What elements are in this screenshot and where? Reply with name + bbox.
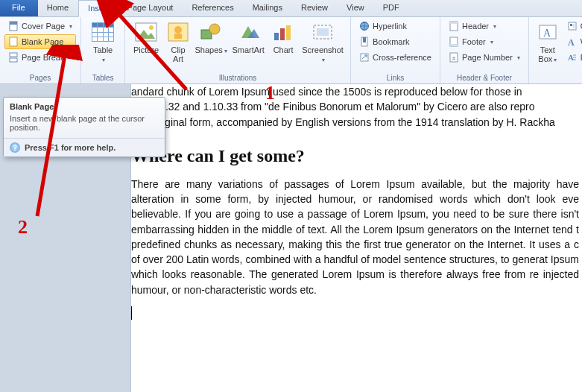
tab-mailings[interactable]: Mailings — [244, 0, 292, 16]
shapes-icon — [199, 20, 223, 44]
group-links: Hyperlink Bookmark Cross-reference Links — [351, 17, 440, 83]
hyperlink-icon — [359, 21, 370, 31]
svg-rect-27 — [450, 44, 458, 46]
picture-button[interactable]: Picture — [130, 19, 162, 73]
svg-text:#: # — [452, 56, 455, 61]
group-label-text — [534, 73, 582, 83]
chevron-down-icon: ▾ — [322, 57, 325, 63]
tab-pdf[interactable]: PDF — [374, 0, 409, 16]
tab-references[interactable]: References — [183, 0, 243, 16]
screenshot-icon — [311, 20, 335, 44]
ribbon: Cover Page ▾ Blank Page Page Break Page — [0, 17, 582, 84]
cover-page-icon — [8, 21, 19, 31]
table-icon — [91, 20, 115, 44]
page-number-button[interactable]: # Page Number ▾ — [445, 50, 524, 65]
page-break-button[interactable]: Page Break — [4, 50, 76, 65]
page-break-icon — [8, 52, 19, 63]
bookmark-icon — [359, 37, 370, 47]
text-cursor — [131, 306, 132, 320]
table-label: Table — [93, 45, 113, 54]
smartart-button[interactable]: SmartArt — [230, 19, 267, 73]
tooltip-blank-page: Blank Page Insert a new blank page at th… — [3, 97, 165, 157]
table-button[interactable]: Table▾ — [86, 19, 120, 73]
svg-rect-22 — [363, 37, 366, 42]
blank-page-button[interactable]: Blank Page — [4, 34, 76, 49]
drop-cap-button[interactable]: A Drop Ca — [563, 50, 582, 65]
tab-view[interactable]: View — [338, 0, 374, 16]
tooltip-f1: Press F1 for more help. — [25, 143, 116, 152]
bookmark-button[interactable]: Bookmark — [355, 34, 435, 49]
chart-button[interactable]: Chart — [268, 19, 298, 73]
body-line: ns 1.10.32 and 1.10.33 from "de Finibus … — [131, 101, 534, 113]
svg-rect-34 — [573, 24, 575, 28]
header-icon — [449, 21, 459, 31]
svg-rect-15 — [274, 33, 279, 40]
hyperlink-button[interactable]: Hyperlink — [355, 19, 435, 34]
wordart-icon: A — [567, 37, 578, 47]
svg-rect-10 — [174, 34, 182, 39]
svg-rect-33 — [570, 24, 572, 26]
page-number-icon: # — [449, 52, 459, 63]
tab-page-layout[interactable]: Page Layout — [118, 0, 183, 16]
blank-page-label: Blank Page — [22, 37, 63, 46]
chevron-down-icon: ▾ — [102, 57, 105, 63]
body-line: andard chunk of Lorem Ipsum used since t… — [131, 86, 522, 98]
svg-text:A: A — [568, 53, 574, 62]
cross-ref-icon — [359, 52, 370, 63]
smartart-icon — [236, 20, 260, 44]
svg-rect-17 — [286, 25, 291, 40]
chevron-down-icon: ▾ — [490, 39, 493, 45]
group-header-footer: Header ▾ Footer ▾ # Page Number ▾ — [440, 17, 529, 83]
body-line: xact original form, accompanied by Engli… — [131, 116, 555, 128]
tab-file[interactable]: File — [0, 0, 38, 16]
chevron-down-icon: ▾ — [224, 48, 227, 54]
group-label-links: Links — [355, 73, 435, 83]
document-page[interactable]: andard chunk of Lorem Ipsum used since t… — [131, 84, 582, 392]
group-label-header-footer: Header & Footer — [445, 73, 524, 83]
help-icon: ? — [10, 142, 20, 153]
cover-page-button[interactable]: Cover Page ▾ — [4, 19, 76, 34]
ribbon-tabs: File Home Insert Page Layout References … — [0, 0, 582, 17]
quick-parts-icon — [567, 21, 578, 31]
tab-review[interactable]: Review — [292, 0, 338, 16]
group-tables: Table▾ Tables — [81, 17, 125, 83]
footer-icon — [449, 37, 459, 47]
cross-reference-button[interactable]: Cross-reference — [355, 50, 435, 65]
cover-page-label: Cover Page — [22, 22, 65, 31]
svg-point-9 — [174, 26, 182, 34]
heading: Where can I get some? — [131, 143, 579, 169]
picture-label: Picture — [133, 45, 159, 54]
page-break-label: Page Break — [22, 53, 64, 62]
svg-rect-16 — [280, 28, 285, 40]
tab-home[interactable]: Home — [38, 0, 78, 16]
clip-art-button[interactable]: ClipArt — [164, 19, 192, 73]
quick-parts-button[interactable]: Quick Pa — [563, 19, 582, 34]
chevron-down-icon: ▾ — [69, 23, 72, 30]
svg-text:A: A — [543, 28, 551, 39]
wordart-button[interactable]: A WordAr — [563, 34, 582, 49]
svg-rect-19 — [317, 28, 329, 36]
screenshot-button[interactable]: Screenshot▾ — [300, 19, 346, 73]
chevron-down-icon: ▾ — [493, 23, 496, 30]
svg-point-12 — [209, 24, 220, 34]
group-text: A TextBox▾ Quick Pa A WordAr — [529, 17, 582, 83]
drop-cap-icon: A — [567, 52, 578, 63]
group-label-tables: Tables — [86, 73, 120, 83]
svg-rect-3 — [10, 53, 17, 57]
tab-insert[interactable]: Insert — [78, 0, 118, 17]
svg-rect-4 — [10, 58, 17, 62]
header-button[interactable]: Header ▾ — [445, 19, 524, 34]
group-label-illustrations: Illustrations — [130, 73, 346, 83]
tooltip-title: Blank Page — [4, 98, 165, 113]
picture-icon — [134, 20, 158, 44]
group-illustrations: Picture ClipArt Shapes▾ SmartArt — [125, 17, 351, 83]
svg-rect-1 — [10, 22, 17, 25]
svg-rect-25 — [450, 22, 458, 24]
tooltip-body: Insert a new blank page at the cursor po… — [4, 113, 165, 138]
chevron-down-icon: ▾ — [517, 54, 520, 61]
text-box-icon: A — [536, 20, 560, 44]
svg-text:A: A — [568, 37, 575, 47]
footer-button[interactable]: Footer ▾ — [445, 34, 524, 49]
text-box-button[interactable]: A TextBox▾ — [534, 19, 562, 73]
shapes-button[interactable]: Shapes▾ — [194, 19, 228, 73]
